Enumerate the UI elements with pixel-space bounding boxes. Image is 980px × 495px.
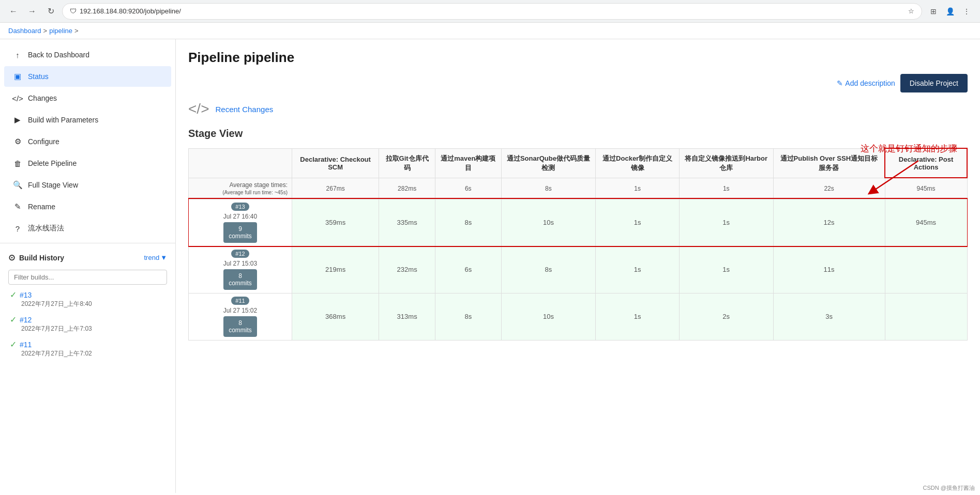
- stage-cell-11-3: 10s: [501, 293, 596, 340]
- question-icon: ?: [12, 223, 23, 234]
- add-description-label: Add description: [845, 79, 895, 87]
- sidebar-item-full-stage[interactable]: 🔍 Full Stage View: [4, 175, 171, 195]
- commits-badge-11: 8 commits: [223, 316, 257, 337]
- col-header-4: 通过Docker制作自定义镜像: [596, 148, 680, 178]
- breadcrumb: Dashboard > pipeline >: [0, 23, 980, 39]
- profile-icon[interactable]: 👤: [943, 4, 957, 19]
- annotation-text: 这个就是钉钉通知的步骤: [861, 143, 957, 154]
- menu-icon[interactable]: ⋮: [959, 4, 974, 19]
- trend-label: trend: [144, 254, 159, 261]
- sidebar-item-rename[interactable]: ✎ Rename: [4, 196, 171, 217]
- build-history-icon: ⊙: [8, 253, 15, 262]
- changes-label: Changes: [28, 94, 57, 102]
- disable-project-button[interactable]: Disable Project: [900, 74, 968, 92]
- stage-cell-12-4: 1s: [596, 246, 680, 293]
- build-info-11: #11 Jul 27 15:02 8 commits: [189, 293, 292, 340]
- sidebar-item-back[interactable]: ↑ Back to Dashboard: [4, 44, 171, 65]
- address-bar[interactable]: 🛡 192.168.184.80:9200/job/pipeline/ ☆: [62, 3, 922, 20]
- build-row-11: #11 Jul 27 15:02 8 commits: [189, 293, 968, 340]
- stage-cell-12-2: 6s: [435, 246, 502, 293]
- stage-cell-11-4: 1s: [596, 293, 680, 340]
- reload-button[interactable]: ↻: [43, 4, 58, 19]
- stage-header-row: Declarative: Checkout SCM 拉取Git仓库代码 通过ma…: [189, 148, 968, 178]
- breadcrumb-pipeline[interactable]: pipeline: [49, 27, 72, 35]
- stage-cell-12-1: 232ms: [379, 246, 435, 293]
- top-actions: ✎ Add description Disable Project: [188, 74, 968, 92]
- recent-changes-link[interactable]: Recent Changes: [215, 105, 273, 114]
- star-icon: ☆: [908, 7, 914, 15]
- build-row-13: #13 Jul 27 16:40 9 commits: [189, 199, 968, 246]
- sidebar-divider: [0, 243, 175, 243]
- sidebar-item-pipeline-syntax[interactable]: ? 流水线语法: [4, 218, 171, 239]
- build-history-section: ⊙ Build History trend ▼: [0, 248, 175, 268]
- build-info-13: #13 Jul 27 16:40 9 commits: [189, 199, 292, 246]
- build-link-13[interactable]: #13: [20, 291, 32, 299]
- stage-cell-13-4: 1s: [596, 199, 680, 246]
- sidebar-item-status[interactable]: ▣ Status: [4, 66, 171, 87]
- avg-label-cell: Average stage times:(Average full run ti…: [189, 178, 292, 199]
- build-link-11[interactable]: #11: [20, 341, 32, 349]
- stage-cell-13-6: 12s: [773, 199, 885, 246]
- stage-cell-13-3: 10s: [501, 199, 596, 246]
- search-icon: 🔍: [12, 180, 23, 190]
- recent-changes-code-icon: </>: [188, 101, 209, 117]
- build-link-12[interactable]: #12: [20, 316, 32, 324]
- back-label: Back to Dashboard: [28, 51, 89, 59]
- stage-cell-12-0: 219ms: [292, 246, 379, 293]
- avg-time-3: 8s: [501, 178, 596, 199]
- build-badge-11: #11: [231, 297, 249, 305]
- rename-label: Rename: [28, 203, 55, 211]
- avg-time-2: 6s: [435, 178, 502, 199]
- annotation-area: 这个就是钉钉通知的步骤 Declarative: Checkout SCM: [188, 148, 968, 341]
- sidebar-item-delete[interactable]: 🗑 Delete Pipeline: [4, 153, 171, 174]
- trend-button[interactable]: trend ▼: [144, 254, 167, 261]
- stage-cell-11-6: 3s: [773, 293, 885, 340]
- extensions-icon[interactable]: ⊞: [926, 4, 941, 19]
- sidebar-item-changes[interactable]: </> Changes: [4, 88, 171, 109]
- stage-cell-11-1: 313ms: [379, 293, 435, 340]
- add-description-button[interactable]: ✎ Add description: [837, 79, 895, 87]
- forward-button[interactable]: →: [25, 4, 39, 19]
- stage-cell-13-2: 8s: [435, 199, 502, 246]
- stage-cell-13-1: 335ms: [379, 199, 435, 246]
- filter-builds-input[interactable]: [8, 270, 167, 285]
- sidebar-item-configure[interactable]: ⚙ Configure: [4, 131, 171, 152]
- stage-cell-11-2: 8s: [435, 293, 502, 340]
- build-number-13: ✓ #13: [10, 290, 167, 300]
- breadcrumb-sep1: >: [43, 27, 48, 35]
- success-icon-11: ✓: [10, 339, 17, 349]
- stage-view-title: Stage View: [188, 128, 968, 140]
- pencil-small-icon: ✎: [837, 79, 843, 87]
- play-icon: ▶: [12, 115, 23, 125]
- pencil-icon: ✎: [12, 202, 23, 212]
- main-layout: ↑ Back to Dashboard ▣ Status </> Changes…: [0, 39, 980, 493]
- build-date-11: 2022年7月27日_上午7:02: [21, 349, 167, 358]
- success-icon-12: ✓: [10, 315, 17, 324]
- stage-cell-12-6: 11s: [773, 246, 885, 293]
- stage-cell-12-5: 1s: [679, 246, 773, 293]
- build-date-13: 2022年7月27日_上午8:40: [21, 300, 167, 308]
- stage-cell-13-7: 945ms: [885, 199, 967, 246]
- build-item-12: ✓ #12 2022年7月27日_上午7:03: [0, 312, 175, 336]
- changes-icon: </>: [12, 93, 23, 103]
- stage-cell-12-3: 8s: [501, 246, 596, 293]
- chevron-down-icon: ▼: [160, 254, 167, 261]
- stage-cell-11-5: 2s: [679, 293, 773, 340]
- sidebar-item-build-params[interactable]: ▶ Build with Parameters: [4, 110, 171, 130]
- breadcrumb-dashboard[interactable]: Dashboard: [8, 27, 41, 35]
- avg-time-0: 267ms: [292, 178, 379, 199]
- annotation-arrow: [862, 158, 924, 199]
- sidebar: ↑ Back to Dashboard ▣ Status </> Changes…: [0, 39, 176, 493]
- security-icon: 🛡: [70, 7, 77, 15]
- stage-table-wrapper: Declarative: Checkout SCM 拉取Git仓库代码 通过ma…: [188, 148, 968, 341]
- build-date-12: 2022年7月27日_上午7:03: [21, 324, 167, 333]
- svg-line-0: [872, 161, 918, 192]
- breadcrumb-sep2: >: [74, 27, 79, 35]
- configure-label: Configure: [28, 137, 59, 146]
- back-button[interactable]: ←: [6, 4, 21, 19]
- stage-cell-11-7: [885, 293, 967, 340]
- status-label: Status: [28, 72, 49, 81]
- build-number-12: ✓ #12: [10, 315, 167, 324]
- build-params-label: Build with Parameters: [28, 116, 98, 124]
- avg-times-row: Average stage times:(Average full run ti…: [189, 178, 968, 199]
